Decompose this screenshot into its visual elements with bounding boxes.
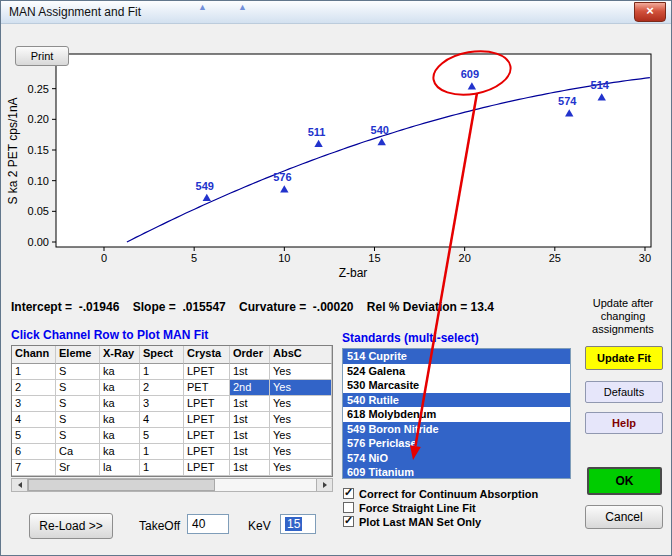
takeoff-field[interactable]: 40 xyxy=(187,514,229,534)
channel-cell[interactable]: ka xyxy=(100,380,140,396)
channel-cell[interactable]: S xyxy=(56,396,100,412)
channel-cell[interactable]: Yes xyxy=(270,380,332,396)
scrollbar-thumb[interactable] xyxy=(28,479,215,491)
channel-cell[interactable]: LPET xyxy=(184,460,230,476)
channel-cell[interactable]: 5 xyxy=(12,428,56,444)
update-fit-button[interactable]: Update Fit xyxy=(585,346,663,370)
channel-cell[interactable]: 7 xyxy=(12,460,56,476)
x-axis-title: Z-bar xyxy=(339,266,368,280)
channel-cell[interactable]: LPET xyxy=(184,444,230,460)
channel-cell[interactable]: 1st xyxy=(230,460,270,476)
channel-cell[interactable]: 5 xyxy=(140,428,184,444)
channel-cell[interactable]: 1st xyxy=(230,444,270,460)
channel-cell[interactable]: 1st xyxy=(230,396,270,412)
ok-button[interactable]: OK xyxy=(587,467,662,495)
close-button[interactable]: × xyxy=(634,2,666,22)
standard-item-540[interactable]: 540 Rutile xyxy=(343,393,570,408)
standard-item-609[interactable]: 609 Titanium xyxy=(343,465,570,479)
channel-cell[interactable]: LPET xyxy=(184,428,230,444)
channel-cell[interactable]: Sr xyxy=(56,460,100,476)
check-icon: ✓ xyxy=(344,514,353,527)
column-header[interactable]: X-Ray xyxy=(100,346,140,364)
channel-grid[interactable]: ChannElemeX-RaySpectCrystaOrderAbsC1Ska1… xyxy=(11,345,333,477)
channel-cell[interactable]: S xyxy=(56,412,100,428)
grid-horizontal-scrollbar[interactable] xyxy=(11,478,333,492)
channel-cell[interactable]: ka xyxy=(100,444,140,460)
column-header[interactable]: Order xyxy=(230,346,270,364)
standard-item-618[interactable]: 618 Molybdenum xyxy=(343,407,570,422)
column-header[interactable]: Chann xyxy=(12,346,56,364)
channel-row-2[interactable]: 2Ska2PET2ndYes xyxy=(12,380,332,396)
channel-cell[interactable]: 2 xyxy=(12,380,56,396)
column-header[interactable]: Spect xyxy=(140,346,184,364)
takeoff-label: TakeOff xyxy=(139,519,180,533)
channel-cell[interactable]: LPET xyxy=(184,412,230,428)
channel-cell[interactable]: 1 xyxy=(12,364,56,380)
channel-row-1[interactable]: 1Ska1LPET1stYes xyxy=(12,364,332,380)
channel-cell[interactable]: Yes xyxy=(270,444,332,460)
channel-cell[interactable]: 3 xyxy=(140,396,184,412)
channel-cell[interactable]: 4 xyxy=(140,412,184,428)
standards-listbox[interactable]: 514 Cuprite524 Galena530 Marcasite540 Ru… xyxy=(342,348,571,479)
scroll-left-button[interactable] xyxy=(12,479,28,491)
channel-row-4[interactable]: 4Ska4LPET1stYes xyxy=(12,412,332,428)
scrollbar-track[interactable] xyxy=(28,479,316,491)
channel-cell[interactable]: 4 xyxy=(12,412,56,428)
channel-cell[interactable]: 2 xyxy=(140,380,184,396)
channel-cell[interactable]: la xyxy=(100,460,140,476)
x-tick-label: 0 xyxy=(101,252,107,264)
channel-cell[interactable]: Ca xyxy=(56,444,100,460)
column-header[interactable]: Crysta xyxy=(184,346,230,364)
scroll-right-button[interactable] xyxy=(316,479,332,491)
standard-item-574[interactable]: 574 NiO xyxy=(343,451,570,466)
channel-cell[interactable]: ka xyxy=(100,364,140,380)
channel-cell[interactable]: Yes xyxy=(270,396,332,412)
channel-row-7[interactable]: 7Srla1LPET1stYes xyxy=(12,460,332,476)
channel-row-5[interactable]: 5Ska5LPET1stYes xyxy=(12,428,332,444)
channel-cell[interactable]: 1 xyxy=(140,460,184,476)
standard-item-524[interactable]: 524 Galena xyxy=(343,364,570,379)
channel-cell[interactable]: ka xyxy=(100,412,140,428)
help-button[interactable]: Help xyxy=(585,412,663,434)
print-button[interactable]: Print xyxy=(15,46,69,66)
channel-cell[interactable]: Yes xyxy=(270,460,332,476)
channel-cell[interactable]: 3 xyxy=(12,396,56,412)
channel-cell[interactable]: S xyxy=(56,364,100,380)
reload-button[interactable]: Re-Load >> xyxy=(29,513,113,539)
channel-cell[interactable]: ka xyxy=(100,428,140,444)
channel-row-3[interactable]: 3Ska3LPET1stYes xyxy=(12,396,332,412)
titlebar[interactable]: MAN Assignment and Fit ▲ ▲ × xyxy=(1,1,671,24)
channel-cell[interactable]: Yes xyxy=(270,428,332,444)
channel-cell[interactable]: 1st xyxy=(230,412,270,428)
checkbox-box[interactable]: ✓ xyxy=(343,502,354,513)
channel-cell[interactable]: Yes xyxy=(270,412,332,428)
standard-item-576[interactable]: 576 Periclase xyxy=(343,436,570,451)
channel-cell[interactable]: 1 xyxy=(140,364,184,380)
channel-cell[interactable]: 1st xyxy=(230,428,270,444)
column-header[interactable]: Eleme xyxy=(56,346,100,364)
checkbox-box[interactable]: ✓ xyxy=(343,516,354,527)
channel-cell[interactable]: S xyxy=(56,380,100,396)
checkbox-continuum-absorption[interactable]: ✓ Correct for Continuum Absorption xyxy=(343,487,538,500)
channel-cell[interactable]: Yes xyxy=(270,364,332,380)
cancel-button[interactable]: Cancel xyxy=(585,505,663,529)
channel-cell[interactable]: LPET xyxy=(184,396,230,412)
channel-row-6[interactable]: 6Caka1LPET1stYes xyxy=(12,444,332,460)
channel-cell[interactable]: 1st xyxy=(230,364,270,380)
channel-cell[interactable]: 2nd xyxy=(230,380,270,396)
channel-cell[interactable]: 6 xyxy=(12,444,56,460)
channel-cell[interactable]: 1 xyxy=(140,444,184,460)
standard-item-549[interactable]: 549 Boron Nitride xyxy=(343,422,570,437)
channel-cell[interactable]: PET xyxy=(184,380,230,396)
checkbox-force-straight-line[interactable]: ✓ Force Straight Line Fit xyxy=(343,501,476,514)
standard-item-514[interactable]: 514 Cuprite xyxy=(343,349,570,364)
kev-field[interactable]: 15 xyxy=(280,514,316,534)
column-header[interactable]: AbsC xyxy=(270,346,332,364)
channel-cell[interactable]: ka xyxy=(100,396,140,412)
checkbox-box[interactable]: ✓ xyxy=(343,488,354,499)
checkbox-plot-last-man-set[interactable]: ✓ Plot Last MAN Set Only xyxy=(343,515,481,528)
channel-cell[interactable]: LPET xyxy=(184,364,230,380)
defaults-button[interactable]: Defaults xyxy=(585,381,663,403)
standard-item-530[interactable]: 530 Marcasite xyxy=(343,378,570,393)
channel-cell[interactable]: S xyxy=(56,428,100,444)
